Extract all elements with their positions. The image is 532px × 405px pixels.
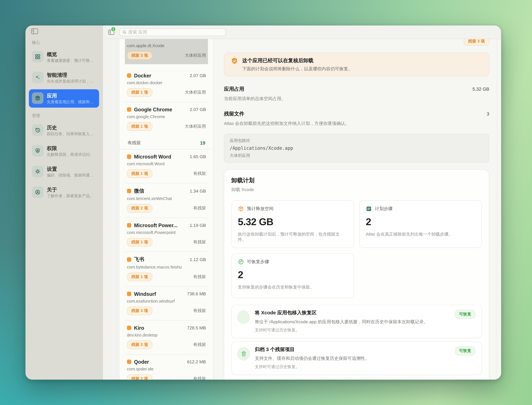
step-icon-circle: [237, 310, 250, 324]
shield-lock-icon: [32, 145, 44, 156]
app-bullet-icon: [127, 223, 131, 228]
list-item-powerpoint[interactable]: Microsoft Power... 1.19 GB com.microsoft…: [125, 218, 208, 252]
app-bullet-icon: [127, 155, 131, 159]
sidebar-item-desc: 偏好、排除项、致谢和通知。: [47, 173, 96, 178]
scrolled-residue-badge: 残留 3 项: [464, 39, 489, 46]
category-tag: 有残留: [193, 239, 206, 245]
residue-badge: 残留 1 项: [127, 122, 153, 131]
sidebar-item-label: 概览: [47, 51, 57, 57]
app-size: 1.65 GB: [190, 154, 206, 159]
category-tag: 有残留: [193, 342, 206, 348]
card-value: 5.32 GB: [238, 216, 348, 228]
card-desc: 支持恢复的步骤会在历史和恢复中保留。: [238, 284, 348, 290]
sidebar-item-label: 关于: [47, 187, 57, 193]
search-input[interactable]: [128, 30, 223, 35]
search-field[interactable]: [119, 28, 225, 36]
bundle-id: com.microsoft.Powerpoint: [127, 230, 206, 235]
step-sub: 支持时可通过历史恢复。: [255, 364, 369, 370]
sidebar-section-manage: 管理: [32, 113, 99, 119]
category-tag: 大体积应用: [185, 124, 206, 129]
bundle-id: com.apple.dt.Xcode: [127, 43, 206, 48]
bundle-id: dev.kiro.desktop: [127, 333, 206, 338]
app-size: 1.12 GB: [190, 257, 206, 262]
list-item-docker[interactable]: Docker 2.07 GB com.docker.docker 残留 1 项 …: [125, 68, 208, 102]
bundle-id: com.microsoft.Word: [127, 162, 206, 166]
sidebar-item-permissions[interactable]: 权限 先解释原因，再请求访问。: [29, 142, 99, 160]
app-name: Google Chrome: [134, 107, 187, 112]
sidebar-toggle-icon[interactable]: [31, 28, 39, 35]
app-size: 2.07 GB: [190, 107, 206, 112]
sidebar: 核心 概览 查看健康摘要、预计可释放空间… 智能: [26, 26, 103, 380]
sidebar-item-overview[interactable]: 概览 查看健康摘要、预计可释放空间…: [29, 48, 99, 66]
stat-app-usage: 应用占用 5.32 GB: [224, 86, 489, 92]
list-item-kiro[interactable]: Kiro 728.5 MB dev.kiro.desktop 残留 2 项 有残…: [125, 320, 208, 354]
stat-value: 3: [487, 111, 489, 116]
sidebar-item-history[interactable]: 历史 跟踪任务、结果和恢复入口。: [29, 121, 99, 140]
sidebar-item-label: 设置: [47, 166, 57, 172]
card-label: 预计释放空间: [247, 206, 273, 212]
tasks-tab-icon[interactable]: 1: [108, 29, 115, 35]
list-section-header: 有残留 19: [119, 136, 213, 149]
list-gutter: [103, 39, 119, 379]
list-item-wechat[interactable]: 微信 1.34 GB com.tencent.xinWeChat 残留 2 项 …: [125, 183, 208, 217]
residue-badge: 残留 2 项: [127, 204, 153, 212]
search-icon: [122, 30, 127, 34]
list-item-chrome[interactable]: Google Chrome 2.07 GB com.google.Chrome …: [125, 102, 208, 136]
sidebar-item-desc: 先查看应用占用、残留和卸载计…: [47, 99, 96, 105]
stat-label: 应用占用: [224, 86, 244, 92]
section-count: 19: [200, 140, 205, 146]
app-name: 飞书: [134, 256, 187, 263]
step-title: 将 Xcode 应用包移入恢复区: [255, 310, 428, 316]
app-name: Qoder: [134, 359, 184, 365]
layers-icon: [32, 92, 44, 104]
list-item-feishu[interactable]: 飞书 1.12 GB com.bytedance.macos.feishu 残留…: [125, 252, 208, 286]
step-title: 归档 3 个残留项目: [255, 346, 369, 353]
app-size: 1.34 GB: [190, 189, 206, 194]
residue-badge: 残留 1 项: [127, 238, 153, 247]
card-desc: 执行这份卸载计划后，预计可释放的空间，包含残留文件。: [238, 232, 348, 243]
list-item-word[interactable]: Microsoft Word 1.65 GB com.microsoft.Wor…: [125, 149, 208, 183]
app-path-box: 应用包路径 /Applications/Xcode.app 大体积应用: [224, 134, 489, 163]
stat-card-plan-steps: 计划步骤 2 Atlas 会在真正移除前先列出每一个卸载步骤。: [359, 200, 482, 248]
bundle-id: com.exafunction.windsurf: [127, 299, 206, 304]
app-bullet-icon: [127, 73, 131, 78]
bundle-id: com.bytedance.macos.feishu: [127, 265, 206, 270]
stat-card-free-space: 预计释放空间 5.32 GB 执行这份卸载计划后，预计可释放的空间，包含残留文件…: [231, 200, 354, 248]
sidebar-item-about[interactable]: 关于 了解作者，探索更多产品。: [29, 183, 99, 202]
list-item-xcode-selected[interactable]: com.apple.dt.Xcode 残留 3 项 大体积应用: [125, 39, 208, 64]
category-tag: 有残留: [193, 171, 206, 176]
banner-title: 这个应用已经可以在复核后卸载: [242, 57, 353, 64]
card-value: 2: [366, 216, 475, 228]
app-bullet-icon: [127, 292, 131, 296]
list-item-qoder[interactable]: Qoder 612.2 MB com.qoder.ide 残留 2 项 有残留: [125, 354, 208, 380]
stat-residue-files: 残留文件 3: [224, 111, 489, 117]
category-tag: 大体积应用: [185, 90, 206, 95]
residue-badge: 残留 1 项: [127, 169, 153, 178]
app-bullet-icon: [127, 257, 131, 262]
sidebar-item-desc: 先解释原因，再请求访问。: [47, 152, 94, 157]
app-size: 1.19 GB: [190, 223, 206, 228]
panel-scroll-gutter[interactable]: [497, 39, 501, 379]
sidebar-item-desc: 了解作者，探索更多产品。: [47, 194, 94, 199]
stat-value: 5.32 GB: [473, 87, 489, 92]
plan-subtitle: 卸载 Xcode: [231, 187, 482, 193]
category-tag: 有残留: [193, 274, 206, 280]
sidebar-section-core: 核心: [32, 40, 99, 46]
sidebar-item-smart-clean[interactable]: 智能清理 先生成并复核清理计划，再决定…: [29, 69, 99, 87]
app-size: 2.07 GB: [190, 73, 206, 78]
sidebar-item-label: 权限: [47, 145, 57, 151]
category-tag: 有残留: [193, 308, 206, 314]
card-desc: Atlas 会在真正移除前先列出每一个卸载步骤。: [366, 232, 475, 237]
list-item-windsurf[interactable]: Windsurf 738.6 MB com.exafunction.windsu…: [125, 286, 208, 320]
sidebar-item-label: 智能清理: [47, 72, 67, 78]
sidebar-item-settings[interactable]: 设置 偏好、排除项、致谢和通知。: [29, 163, 99, 181]
residue-badge: 残留 3 项: [127, 307, 153, 315]
checklist-icon: [366, 206, 372, 212]
section-label: 有残留: [128, 140, 141, 146]
stat-label: 残留文件: [224, 111, 244, 117]
app-window: 核心 概览 查看健康摘要、预计可释放空间… 智能: [26, 26, 501, 380]
sidebar-item-apps[interactable]: 应用 先查看应用占用、残留和卸载计…: [29, 89, 99, 108]
app-bullet-icon: [127, 359, 131, 364]
step-desc: 支持文件、缓存和启动项仍会通过恢复历史保留可追溯性。: [255, 356, 369, 362]
residue-badge: 残留 2 项: [127, 375, 153, 380]
